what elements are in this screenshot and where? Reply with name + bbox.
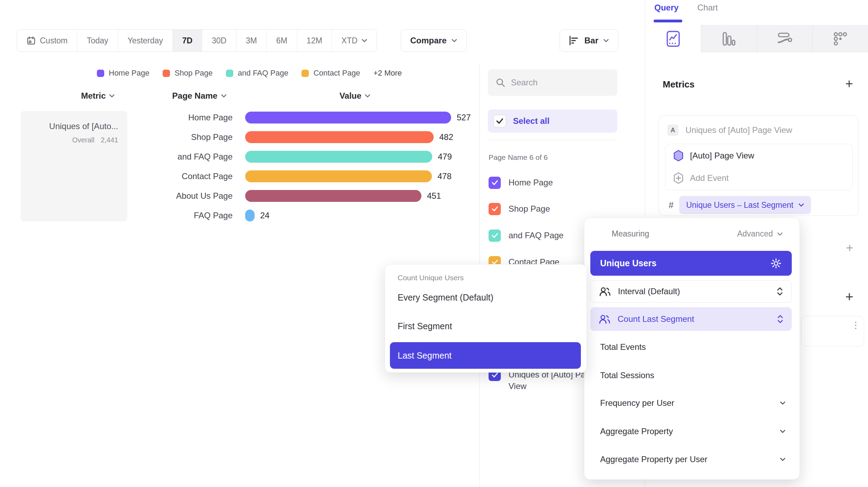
add-breakdown-button[interactable]: +: [845, 289, 853, 305]
select-all-checkbox[interactable]: [493, 115, 506, 127]
popup-option-last-segment[interactable]: Last Segment: [390, 342, 581, 369]
table-row: Home Page 527: [128, 108, 471, 127]
stepper-icon: [777, 287, 783, 296]
metric-cell-title: Uniques of [Auto...: [30, 121, 118, 131]
search-input[interactable]: [511, 78, 610, 87]
row-category-label: Shop Page: [128, 132, 233, 142]
measure-option-frequency-per-user[interactable]: Frequency per User: [600, 394, 785, 412]
event-row[interactable]: [Auto] Page View: [673, 150, 754, 162]
page-checkbox[interactable]: [489, 203, 501, 215]
date-range-30d[interactable]: 30D: [202, 30, 236, 51]
value-bar[interactable]: [245, 151, 432, 163]
add-event-row[interactable]: Add Event: [673, 172, 729, 184]
value-bar[interactable]: [245, 210, 255, 221]
tab-query[interactable]: Query: [654, 3, 678, 13]
flows-chart-tab[interactable]: [757, 25, 813, 52]
date-range-custom[interactable]: Custom: [17, 30, 77, 51]
date-range-xtd[interactable]: XTD: [332, 30, 377, 51]
add-event-icon: [673, 172, 684, 184]
measure-selector-pill[interactable]: Unique Users – Last Segment: [679, 196, 811, 214]
chart-legend: Home Page Shop Page and FAQ Page Contact…: [97, 69, 402, 78]
tab-chart[interactable]: Chart: [697, 3, 718, 13]
chevron-down-icon: [798, 203, 804, 207]
dots-grid-icon: [832, 31, 848, 47]
date-range-12m[interactable]: 12M: [297, 30, 332, 51]
value-bar[interactable]: [245, 190, 421, 202]
gear-icon[interactable]: [770, 257, 782, 269]
add-metric-button[interactable]: +: [845, 76, 853, 91]
insights-chart-tab[interactable]: [646, 25, 701, 52]
check-icon: [491, 233, 498, 238]
users-icon: [599, 287, 611, 296]
date-range-yesterday[interactable]: Yesterday: [118, 30, 173, 51]
table-row: About Us Page 451: [128, 186, 441, 206]
measuring-title: Measuring: [612, 229, 649, 239]
funnels-chart-tab[interactable]: [701, 25, 757, 52]
date-range-label: Custom: [40, 36, 67, 45]
page-filter-item[interactable]: Home Page: [489, 169, 553, 196]
chevron-down-icon: [365, 94, 370, 98]
row-value: 479: [438, 152, 452, 162]
count-segment-popup: Count Unique Users Every Segment (Defaul…: [385, 264, 587, 373]
overall-label: Overall: [72, 136, 94, 144]
compare-button[interactable]: Compare: [401, 29, 467, 52]
page-name-column-header[interactable]: Page Name: [150, 91, 248, 101]
interval-default-row[interactable]: Interval (Default): [590, 280, 792, 303]
legend-item[interactable]: Contact Page: [301, 69, 360, 78]
event-hexagon-icon: [673, 150, 684, 162]
popup-title: Count Unique Users: [398, 274, 464, 282]
bars-icon: [721, 30, 737, 47]
breakdown-card: ⋮: [801, 316, 864, 346]
select-all-row[interactable]: Select all: [488, 110, 617, 133]
retention-chart-tab[interactable]: [813, 25, 868, 52]
search-box[interactable]: [488, 69, 617, 96]
legend-swatch: [163, 70, 170, 77]
check-icon: [491, 180, 498, 185]
row-category-label: About Us Page: [128, 191, 233, 201]
row-value: 451: [427, 191, 441, 201]
page-checkbox[interactable]: [489, 230, 501, 242]
legend-swatch: [97, 70, 104, 77]
measure-option-aggregate-property-per-user[interactable]: Aggregate Property per User: [600, 451, 785, 468]
page-checkbox[interactable]: [489, 177, 501, 189]
legend-item[interactable]: and FAQ Page: [226, 69, 288, 78]
legend-swatch: [226, 70, 233, 77]
add-filter-button[interactable]: +: [846, 241, 853, 255]
row-category-label: Home Page: [128, 113, 233, 122]
date-range-today[interactable]: Today: [77, 30, 118, 51]
row-value: 527: [457, 113, 471, 122]
metric-card-title: Uniques of [Auto] Page View: [685, 125, 792, 135]
value-bar[interactable]: [245, 170, 432, 182]
popup-option-first-segment[interactable]: First Segment: [398, 321, 452, 331]
chevron-down-icon: [109, 94, 115, 98]
page-filter-item[interactable]: Shop Page: [489, 196, 550, 222]
metric-cell[interactable]: Uniques of [Auto... Overall 2,441: [21, 111, 127, 221]
stepper-icon: [777, 315, 783, 324]
value-column-header[interactable]: Value: [306, 91, 404, 101]
chart-type-button[interactable]: Bar: [560, 29, 618, 52]
metric-filter-item[interactable]: Uniques of [Auto] Page View: [489, 369, 599, 395]
metric-column-header[interactable]: Metric: [49, 91, 147, 101]
measure-option-aggregate-property[interactable]: Aggregate Property: [600, 423, 785, 440]
value-bar[interactable]: [245, 112, 451, 123]
legend-item[interactable]: Shop Page: [163, 69, 213, 78]
kebab-menu-icon[interactable]: ⋮: [851, 322, 860, 328]
metrics-section-title: Metrics: [663, 79, 695, 90]
flow-icon: [776, 31, 794, 47]
legend-item[interactable]: Home Page: [97, 69, 149, 78]
date-range-6m[interactable]: 6M: [267, 30, 297, 51]
page-filter-item[interactable]: and FAQ Page: [489, 222, 563, 249]
advanced-toggle[interactable]: Advanced: [737, 229, 783, 239]
date-range-3m[interactable]: 3M: [236, 30, 267, 51]
popup-option-every-segment[interactable]: Every Segment (Default): [398, 292, 493, 303]
check-icon: [496, 118, 504, 124]
measure-option-total-events[interactable]: Total Events: [600, 338, 785, 356]
value-bar[interactable]: [245, 131, 434, 143]
legend-more[interactable]: +2 More: [373, 69, 402, 78]
measure-option-unique-users[interactable]: Unique Users: [590, 251, 792, 276]
legend-swatch: [301, 70, 309, 77]
date-range-7d[interactable]: 7D: [173, 30, 202, 51]
count-last-segment-row[interactable]: Count Last Segment: [590, 307, 792, 331]
horizontal-bar-chart-icon: [569, 36, 579, 45]
measure-option-total-sessions[interactable]: Total Sessions: [600, 367, 785, 384]
